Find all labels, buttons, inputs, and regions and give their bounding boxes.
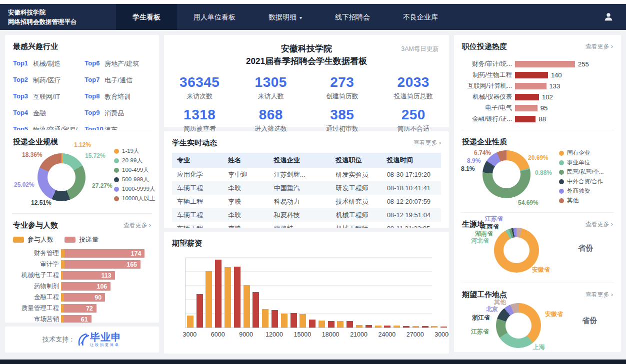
more-link[interactable]: 查看更多› [414, 139, 441, 147]
legend-item[interactable]: 投递量 [64, 235, 98, 244]
bar-row[interactable]: 市场营销61 [13, 315, 151, 323]
histogram-bar[interactable] [206, 271, 212, 328]
vendor-logo[interactable]: 毕业申 让校招更简单 [76, 332, 122, 348]
legend-item[interactable]: 500-999人 [114, 175, 156, 184]
job-heat-bar-chart[interactable]: 财务/审计/统...255制药/生物工程140互联网/计算机...133机械/仪… [462, 58, 613, 124]
more-link[interactable]: 查看更多› [124, 221, 151, 230]
donut-callout-label: 15.72% [85, 152, 106, 159]
histogram-bar[interactable] [252, 292, 259, 328]
histogram-bar[interactable] [328, 321, 334, 328]
legend-dot-icon [559, 189, 564, 194]
histogram-bar[interactable] [290, 313, 297, 328]
nav-item-data-detail[interactable]: 数据明细▾ [252, 4, 318, 30]
legend-item[interactable]: 20-99人 [114, 156, 156, 165]
legend-label: 参与人数 [28, 235, 54, 244]
histogram-bar[interactable] [318, 321, 325, 328]
histogram-bar[interactable] [346, 321, 353, 328]
user-icon[interactable] [603, 4, 614, 30]
bar-row[interactable]: 药物制剂106 [13, 282, 151, 291]
legend-item[interactable]: 1-19人 [114, 146, 156, 156]
stat-value: 1318 [164, 107, 236, 123]
nav-item-bad-companies[interactable]: 不良企业库 [386, 4, 454, 30]
stacked-bar: 106 [61, 282, 110, 291]
histogram-bar[interactable] [224, 267, 231, 328]
gridline [186, 285, 432, 286]
bar-row[interactable]: 机械电子工程113 [13, 271, 151, 280]
company-nature-donut-chart[interactable] [482, 150, 530, 198]
table-header-cell: 投递时间 [382, 153, 441, 168]
bar-row[interactable]: 财务管理174 [13, 249, 151, 258]
bar-row[interactable]: 金融工程90 [13, 293, 151, 302]
bar-row[interactable]: 审计学165 [13, 260, 151, 269]
more-link[interactable]: 查看更多› [586, 220, 613, 229]
histogram-bar[interactable] [281, 314, 288, 328]
histogram-bar[interactable] [431, 326, 438, 328]
legend-dot-icon [114, 177, 119, 182]
salary-histogram[interactable] [185, 258, 432, 328]
bar-row[interactable]: 财务/审计/统...255 [462, 58, 613, 69]
legend-item[interactable]: 事业单位 [559, 158, 604, 167]
bar-row[interactable]: 电子/电气95 [462, 102, 613, 113]
interest-item: Top2制药/医疗 [13, 76, 84, 85]
vendor-name: 毕业申 [90, 332, 122, 342]
bar-row[interactable]: 互联网/计算机...133 [462, 80, 613, 91]
histogram-bar[interactable] [262, 309, 268, 328]
nav-item-offline-fair[interactable]: 线下招聘会 [318, 4, 386, 30]
navbar: 安徽科技学院 网络招聘会数据管理平台 学生看板用人单位看板数据明细▾线下招聘会不… [0, 4, 626, 30]
company-size-donut-chart[interactable] [38, 153, 86, 201]
bar-row[interactable]: 制药/生物工程140 [462, 69, 613, 80]
interest-label: 教育培训 [104, 92, 130, 101]
bottom-strip [0, 360, 626, 364]
legend-dot-icon [559, 151, 564, 156]
histogram-bar[interactable] [337, 321, 344, 328]
legend-item[interactable]: 参与人数 [13, 235, 54, 244]
histogram-bar[interactable] [187, 316, 194, 328]
legend-item[interactable]: 中外合资/合作 [559, 177, 604, 186]
histogram-bar[interactable] [375, 326, 382, 328]
histogram-bar[interactable] [215, 260, 222, 328]
histogram-bar[interactable] [366, 325, 372, 328]
donut-callout-label: 0.88% [535, 169, 552, 176]
legend-label: 中外合资/合作 [567, 178, 603, 185]
work-place-donut-chart[interactable] [496, 303, 541, 348]
legend-item[interactable]: 外商独资 [559, 186, 604, 196]
bar-row[interactable]: 机械/仪器仪表102 [462, 91, 613, 102]
legend-item[interactable]: 10000人以上 [114, 194, 156, 203]
histogram-bar[interactable] [384, 326, 390, 328]
histogram-bar[interactable] [422, 326, 428, 328]
submissions-segment: 113 [63, 271, 115, 280]
legend-item[interactable]: 民营/私营/个... [559, 167, 604, 177]
histogram-bar[interactable] [403, 326, 410, 328]
histogram-bar[interactable] [412, 326, 419, 328]
histogram-bar[interactable] [244, 285, 250, 328]
interest-rank: Top7 [84, 76, 104, 85]
panel-top-industries: 最感兴趣行业 Top1机械/制造Top6房地产/建筑Top2制药/医疗Top7电… [5, 35, 159, 130]
gridline [186, 299, 432, 300]
bar-value-label: 95 [540, 104, 548, 112]
histogram-bar[interactable] [440, 327, 447, 328]
legend-item[interactable]: 国有企业 [559, 148, 604, 158]
bar-category-label: 制药/生物工程 [462, 71, 512, 79]
legend-item[interactable]: 1000-9999人 [114, 184, 156, 194]
legend-item[interactable]: 100-499人 [114, 165, 156, 175]
bar-row[interactable]: 质量管理工程72 [13, 304, 151, 313]
histogram-bar[interactable] [356, 325, 362, 328]
nav-item-employers[interactable]: 用人单位看板 [177, 4, 252, 30]
legend-dot-icon [114, 187, 119, 192]
histogram-bar[interactable] [309, 320, 316, 328]
histogram-bar[interactable] [272, 310, 278, 328]
table-row: 车辆工程李映和夏科技机械工程师08-12 19:51:04 [172, 208, 441, 222]
histogram-bar[interactable] [394, 326, 400, 328]
legend-item[interactable]: 其他 [559, 196, 604, 205]
more-link[interactable]: 查看更多› [586, 42, 613, 51]
interest-item: Top4金融 [13, 109, 84, 118]
more-link[interactable]: 查看更多› [586, 291, 613, 299]
table-cell: 车辆工程 [172, 208, 223, 222]
nav-item-students[interactable]: 学生看板 [116, 4, 177, 30]
bar-row[interactable]: 金融/银行/证...88 [462, 113, 613, 124]
table-cell: 李映 [223, 195, 268, 208]
majors-bar-chart[interactable]: 财务管理174审计学165机械电子工程113药物制剂106金融工程90质量管理工… [13, 249, 151, 323]
histogram-bar[interactable] [234, 267, 240, 328]
histogram-bar[interactable] [196, 294, 203, 328]
histogram-bar[interactable] [300, 314, 306, 328]
